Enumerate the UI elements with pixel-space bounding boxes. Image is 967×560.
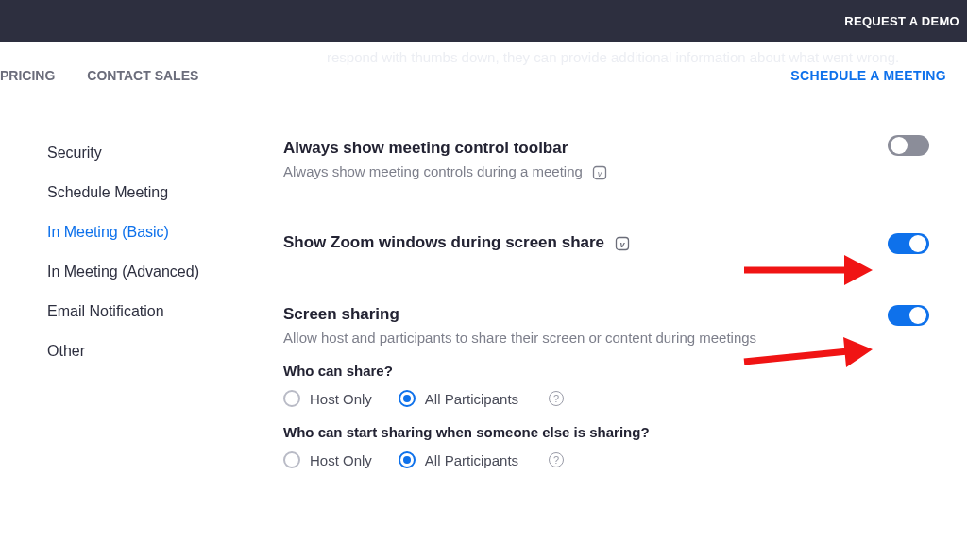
toggle-screen-sharing[interactable]	[888, 305, 929, 326]
help-icon[interactable]: ?	[549, 452, 564, 467]
sub-nav-bar: PRICING CONTACT SALES SCHEDULE A MEETING	[0, 42, 967, 110]
schedule-meeting-link[interactable]: SCHEDULE A MEETING	[790, 68, 946, 83]
modified-icon: v	[592, 165, 607, 180]
top-dark-bar: REQUEST A DEMO	[0, 0, 967, 42]
setting-desc: Allow host and participants to share the…	[283, 330, 929, 346]
sidebar-item-schedule-meeting[interactable]: Schedule Meeting	[47, 173, 283, 212]
radio-all-participants-2[interactable]: All Participants	[399, 451, 518, 468]
settings-sidebar: Security Schedule Meeting In Meeting (Ba…	[0, 133, 283, 501]
radio-icon	[399, 390, 416, 407]
radio-group-who-can-share: Host Only All Participants ?	[283, 390, 929, 407]
request-demo-link[interactable]: REQUEST A DEMO	[844, 14, 959, 28]
setting-title: Always show meeting control toolbar	[283, 139, 929, 158]
sidebar-item-in-meeting-basic[interactable]: In Meeting (Basic)	[47, 212, 283, 252]
sidebar-item-security[interactable]: Security	[47, 133, 283, 173]
radio-host-only[interactable]: Host Only	[283, 390, 372, 407]
question-who-can-start-sharing: Who can start sharing when someone else …	[283, 424, 929, 440]
sidebar-item-email-notification[interactable]: Email Notification	[47, 292, 283, 331]
modified-icon: v	[615, 236, 630, 251]
radio-host-only-2[interactable]: Host Only	[283, 451, 372, 468]
settings-content: Always show meeting control toolbar Alwa…	[283, 133, 967, 501]
setting-title: Show Zoom windows during screen share v	[283, 233, 929, 252]
svg-text:v: v	[619, 239, 625, 248]
setting-always-toolbar: Always show meeting control toolbar Alwa…	[283, 124, 929, 205]
radio-label: Host Only	[310, 391, 372, 407]
sidebar-item-in-meeting-advanced[interactable]: In Meeting (Advanced)	[47, 252, 283, 292]
svg-text:v: v	[598, 169, 602, 178]
radio-label: Host Only	[310, 452, 372, 468]
radio-icon	[283, 451, 300, 468]
sidebar-item-other[interactable]: Other	[47, 331, 283, 371]
setting-screen-sharing: Screen sharing Allow host and participan…	[283, 282, 929, 501]
toggle-always-toolbar[interactable]	[888, 135, 929, 156]
toggle-show-zoom-windows[interactable]	[888, 233, 929, 254]
radio-group-who-can-start: Host Only All Participants ?	[283, 451, 929, 468]
radio-label: All Participants	[425, 452, 518, 468]
nav-pricing[interactable]: PRICING	[0, 68, 55, 83]
radio-label: All Participants	[425, 391, 518, 407]
radio-all-participants[interactable]: All Participants	[399, 390, 518, 407]
setting-title: Screen sharing	[283, 305, 929, 324]
help-icon[interactable]: ?	[549, 391, 564, 406]
radio-icon	[283, 390, 300, 407]
setting-desc: Always show meeting controls during a me…	[283, 163, 929, 180]
setting-show-zoom-windows: Show Zoom windows during screen share v	[283, 205, 929, 282]
nav-contact-sales[interactable]: CONTACT SALES	[87, 68, 198, 83]
question-who-can-share: Who can share?	[283, 363, 929, 379]
radio-icon	[399, 451, 416, 468]
